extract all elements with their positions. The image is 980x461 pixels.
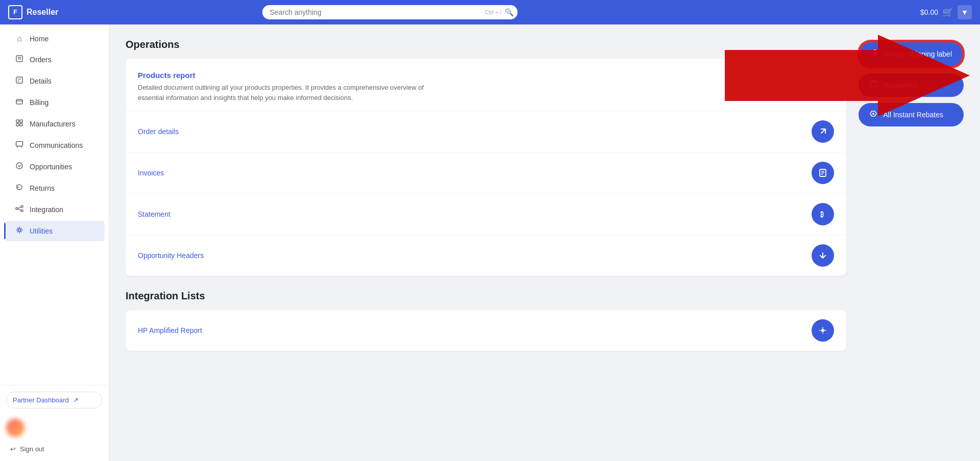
all-instant-rebates-button[interactable]: All Instant Rebates: [859, 103, 964, 126]
svg-point-13: [16, 163, 22, 169]
sidebar-item-integration[interactable]: Integration: [4, 199, 105, 220]
sidebar-item-orders[interactable]: Orders: [4, 49, 105, 70]
svg-rect-8: [16, 120, 19, 122]
sidebar-item-returns[interactable]: Returns: [4, 178, 105, 198]
utilities-icon: [14, 226, 24, 236]
sidebar-label-returns: Returns: [30, 184, 55, 192]
statement-btn[interactable]: ₿: [812, 203, 834, 225]
opportunity-headers-btn[interactable]: [812, 244, 834, 267]
order-details-btn[interactable]: [812, 120, 834, 143]
invoices-title: Invoices: [138, 169, 164, 177]
hp-amplified-row[interactable]: HP Amplified Report: [126, 310, 846, 351]
sidebar-item-billing[interactable]: Billing: [4, 92, 105, 113]
svg-rect-6: [16, 99, 22, 104]
sidebar-label-details: Details: [30, 77, 52, 85]
svg-rect-12: [16, 142, 23, 146]
sidebar-item-communications[interactable]: Communications: [4, 135, 105, 156]
order-details-row[interactable]: Order details: [126, 111, 846, 152]
manufacturers-icon: [14, 119, 24, 129]
search-container: Ctrl + / 🔍: [262, 5, 518, 19]
opportunity-headers-row[interactable]: Opportunity Headers: [126, 235, 846, 276]
create-shipping-label-text: Create shipping label: [885, 50, 952, 58]
returns-icon: [14, 183, 24, 193]
products-report-section: Products report Detailed document outlin…: [126, 59, 846, 111]
logo: F Reseller: [8, 5, 58, 19]
hp-amplified-title: HP Amplified Report: [138, 326, 202, 335]
sidebar-item-manufacturers[interactable]: Manufacturers: [4, 114, 105, 134]
shipping-label-icon: [870, 48, 879, 60]
integration-lists-card: HP Amplified Report: [126, 310, 846, 351]
svg-rect-10: [16, 123, 19, 126]
sidebar-label-utilities: Utilities: [30, 227, 53, 235]
svg-point-26: [874, 51, 876, 53]
operations-card: Products report Detailed document outlin…: [126, 59, 846, 276]
svg-point-19: [18, 229, 21, 232]
main-content: Operations Products report Detailed docu…: [109, 24, 980, 461]
topnav: F Reseller Ctrl + / 🔍 $0.00 🛒 ▼: [0, 0, 980, 24]
svg-point-25: [821, 329, 824, 332]
topnav-right: $0.00 🛒 ▼: [920, 5, 972, 19]
sidebar-label-manufacturers: Manufacturers: [30, 120, 75, 128]
logo-icon: F: [8, 5, 22, 19]
details-icon: [14, 76, 24, 86]
create-shipping-label-button[interactable]: Create shipping label: [859, 41, 964, 67]
svg-rect-3: [16, 77, 22, 83]
svg-rect-11: [20, 123, 22, 126]
sidebar-label-communications: Communications: [30, 141, 83, 149]
integration-lists-title: Integration Lists: [126, 290, 846, 302]
statement-row[interactable]: Statement ₿: [126, 194, 846, 235]
topnav-dropdown-button[interactable]: ▼: [958, 5, 972, 19]
sidebar-item-utilities[interactable]: Utilities: [4, 221, 105, 241]
signout-label: Sign out: [20, 445, 44, 453]
receivings-text: Receivings: [883, 81, 918, 89]
right-panel: Create shipping label Receivings All Ins…: [859, 39, 964, 126]
signout-button[interactable]: ↩ Sign out: [0, 441, 109, 457]
orders-icon: [14, 55, 24, 65]
search-input[interactable]: [262, 5, 518, 19]
sidebar-label-billing: Billing: [30, 98, 48, 107]
hp-amplified-btn[interactable]: [812, 319, 834, 342]
sidebar-label-home: Home: [30, 35, 48, 43]
receivings-icon: [869, 80, 878, 91]
search-icon-button[interactable]: 🔍: [505, 8, 513, 16]
opportunity-headers-title: Opportunity Headers: [138, 251, 204, 260]
layout: ⌂ Home Orders Details Billing Manufact: [0, 24, 980, 461]
cart-icon[interactable]: 🛒: [942, 7, 953, 18]
billing-icon: [14, 97, 24, 108]
sidebar-bottom: Partner Dashboard ↗: [0, 385, 109, 415]
signout-icon: ↩: [10, 445, 16, 453]
sidebar-item-details[interactable]: Details: [4, 71, 105, 91]
all-instant-rebates-text: All Instant Rebates: [883, 111, 943, 119]
sidebar-label-opportunities: Opportunities: [30, 163, 72, 171]
svg-point-16: [21, 210, 23, 212]
svg-rect-27: [870, 82, 877, 87]
products-report-title: Products report: [138, 71, 834, 80]
operations-row: Operations Products report Detailed docu…: [126, 39, 964, 365]
avatar: [6, 419, 24, 437]
search-hint: Ctrl + /: [485, 9, 502, 15]
communications-icon: [14, 140, 24, 150]
invoices-btn[interactable]: [812, 162, 834, 184]
sidebar: ⌂ Home Orders Details Billing Manufact: [0, 24, 109, 461]
partner-dashboard-button[interactable]: Partner Dashboard ↗: [6, 392, 103, 408]
partner-dashboard-label: Partner Dashboard: [13, 396, 69, 404]
logo-text: Reseller: [27, 8, 58, 17]
rebates-icon: [869, 109, 878, 120]
svg-line-17: [18, 207, 21, 209]
sidebar-label-orders: Orders: [30, 56, 52, 64]
invoices-row[interactable]: Invoices: [126, 152, 846, 194]
sidebar-item-home[interactable]: ⌂ Home: [4, 29, 105, 48]
operations-main: Operations Products report Detailed docu…: [126, 39, 846, 365]
receivings-button[interactable]: Receivings: [859, 73, 964, 97]
operations-title: Operations: [126, 39, 846, 50]
svg-point-28: [872, 113, 874, 115]
svg-point-15: [21, 206, 23, 208]
svg-text:₿: ₿: [820, 211, 824, 218]
sidebar-label-integration: Integration: [30, 206, 63, 214]
external-link-icon: ↗: [73, 396, 79, 404]
order-details-title: Order details: [138, 127, 179, 136]
svg-point-14: [16, 208, 18, 210]
sidebar-item-opportunities[interactable]: Opportunities: [4, 157, 105, 177]
cart-amount: $0.00: [920, 8, 938, 16]
products-report-desc: Detailed document outlining all your pro…: [138, 83, 434, 103]
